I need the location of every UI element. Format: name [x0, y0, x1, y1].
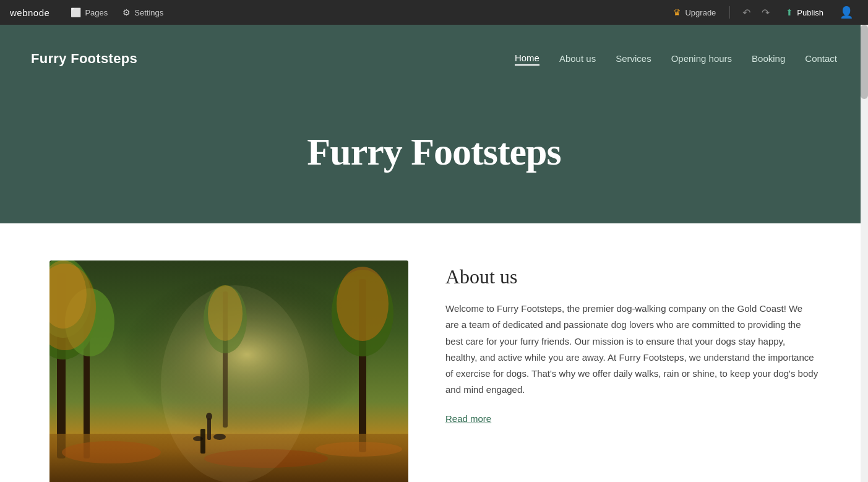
upgrade-label: Upgrade — [685, 8, 716, 17]
publish-button[interactable]: ⬆ Publish — [780, 5, 830, 20]
settings-nav-item[interactable]: ⚙ Settings — [116, 5, 170, 20]
pages-icon: ⬜ — [71, 7, 81, 17]
redo-button[interactable]: ↷ — [757, 4, 775, 21]
svg-point-18 — [316, 442, 402, 457]
site-header: Furry Footsteps Home About us Services O… — [0, 25, 868, 93]
user-icon: 👤 — [840, 6, 853, 19]
scrollbar-track[interactable] — [861, 25, 868, 482]
about-image-canvas — [49, 260, 408, 482]
upgrade-button[interactable]: ♛ Upgrade — [667, 5, 722, 20]
nav-item-opening-hours[interactable]: Opening hours — [671, 53, 732, 65]
toolbar-right: ♛ Upgrade ↶ ↷ ⬆ Publish 👤 — [667, 3, 858, 22]
svg-point-11 — [337, 267, 389, 341]
scrollbar-thumb[interactable] — [861, 25, 868, 99]
publish-icon: ⬆ — [786, 7, 793, 17]
toolbar-divider — [729, 6, 730, 19]
toolbar-nav: ⬜ Pages ⚙ Settings — [64, 5, 667, 20]
toolbar-brand: webnode — [10, 7, 49, 18]
about-image — [49, 260, 408, 482]
nav-item-home[interactable]: Home — [515, 53, 539, 66]
svg-point-16 — [62, 441, 161, 463]
undo-redo-group: ↶ ↷ — [737, 4, 775, 21]
settings-label: Settings — [134, 8, 163, 17]
about-body: Welcome to Furry Footsteps, the premier … — [445, 301, 819, 398]
about-section: About us Welcome to Furry Footsteps, the… — [49, 260, 819, 482]
site-logo[interactable]: Furry Footsteps — [31, 51, 137, 67]
site-nav: Home About us Services Opening hours Boo… — [515, 53, 837, 66]
user-button[interactable]: 👤 — [835, 3, 858, 22]
publish-label: Publish — [797, 8, 823, 17]
pages-nav-item[interactable]: ⬜ Pages — [64, 5, 114, 20]
nav-item-services[interactable]: Services — [616, 53, 651, 65]
nav-item-about[interactable]: About us — [559, 53, 596, 65]
about-text-block: About us Welcome to Furry Footsteps, the… — [445, 260, 819, 424]
scene-svg — [49, 260, 408, 482]
pages-label: Pages — [85, 8, 108, 17]
nav-item-booking[interactable]: Booking — [752, 53, 785, 65]
nav-item-contact[interactable]: Contact — [805, 53, 837, 65]
about-heading: About us — [445, 265, 819, 288]
hero-title: Furry Footsteps — [307, 130, 561, 174]
hero-section: Furry Footsteps — [0, 93, 868, 223]
toolbar: webnode ⬜ Pages ⚙ Settings ♛ Upgrade ↶ ↷… — [0, 0, 868, 25]
crown-icon: ♛ — [673, 7, 681, 17]
svg-point-23 — [161, 285, 309, 482]
undo-button[interactable]: ↶ — [737, 4, 755, 21]
read-more-link[interactable]: Read more — [445, 413, 491, 424]
settings-icon: ⚙ — [122, 7, 131, 17]
main-content: About us Welcome to Furry Footsteps, the… — [0, 223, 868, 482]
